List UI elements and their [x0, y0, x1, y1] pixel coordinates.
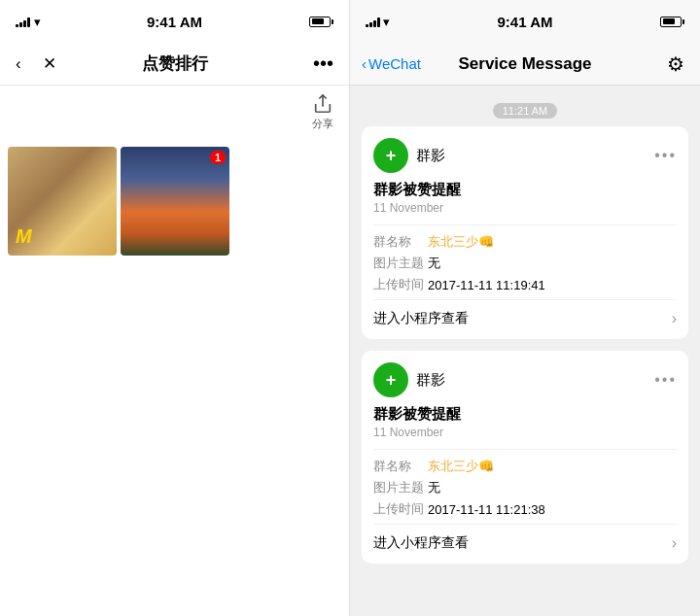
right-status-bar: ▾ 9:41 AM: [350, 0, 700, 43]
right-back-button[interactable]: ‹ WeChat: [362, 55, 421, 72]
card-field: 图片主题 无: [373, 255, 677, 272]
message-list[interactable]: 11:21 AM + 群影 ••• 群影被赞提醒 11 November 群名称…: [350, 86, 700, 616]
right-wifi-icon: ▾: [383, 15, 390, 29]
card-field: 图片主题 无: [373, 479, 677, 496]
right-panel: ▾ 9:41 AM ‹ WeChat Service Message ⚙ 11:…: [350, 0, 700, 616]
signal-icon: [16, 16, 30, 27]
right-battery-area: [660, 17, 684, 27]
left-toolbar: 分享: [0, 86, 349, 139]
signal-bar-1: [16, 24, 18, 27]
card-title: 群影被赞提醒: [373, 405, 677, 424]
card-date: 11 November: [373, 201, 677, 215]
card-divider: [373, 224, 677, 225]
left-battery-area: [309, 17, 333, 27]
left-more-button[interactable]: •••: [313, 52, 333, 75]
card-sender: 群影: [416, 371, 445, 390]
field-label: 上传时间: [373, 276, 428, 293]
photo-item-coffee[interactable]: M: [8, 147, 117, 256]
card-divider: [373, 449, 677, 450]
close-icon: ✕: [43, 54, 56, 73]
message-cards-container: + 群影 ••• 群影被赞提醒 11 November 群名称 东北三少👊 图片…: [362, 126, 688, 564]
field-value: 2017-11-11 11:19:41: [428, 278, 545, 292]
left-photo-content: M 1: [0, 139, 349, 616]
card-field: 上传时间 2017-11-11 11:19:41: [373, 276, 677, 293]
mcd-logo: M: [16, 225, 32, 248]
card-header-left: + 群影: [373, 362, 445, 397]
field-label: 上传时间: [373, 500, 428, 518]
field-label: 群名称: [373, 458, 428, 475]
left-time: 9:41 AM: [147, 14, 202, 30]
more-dots-icon[interactable]: •••: [654, 371, 677, 389]
photo-item-sunset[interactable]: 1: [121, 147, 229, 256]
card-header: + 群影 •••: [373, 138, 677, 173]
right-nav-bar: ‹ WeChat Service Message ⚙: [350, 43, 700, 86]
chevron-left-icon: ‹: [16, 54, 21, 74]
card-action-text: 进入小程序查看: [373, 534, 469, 552]
photo-badge: 1: [210, 151, 226, 164]
left-nav-title: 点赞排行: [142, 52, 208, 75]
left-back-button[interactable]: ‹: [16, 54, 21, 74]
card-header: + 群影 •••: [373, 362, 677, 397]
chevron-right-icon: ›: [672, 310, 677, 327]
card-field: 群名称 东北三少👊: [373, 458, 677, 475]
avatar: +: [373, 138, 408, 173]
avatar: +: [373, 362, 408, 397]
signal-bar-3: [23, 20, 26, 27]
battery-icon: [309, 17, 333, 27]
more-dots-icon: •••: [313, 52, 333, 75]
timestamp-text: 11:21 AM: [493, 103, 557, 119]
field-label: 群名称: [373, 233, 428, 251]
signal-bar-4: [27, 17, 30, 27]
gear-button[interactable]: ⚙: [667, 52, 684, 76]
signal-bar-2: [19, 22, 22, 27]
share-icon: [312, 93, 333, 115]
more-dots-icon[interactable]: •••: [654, 147, 677, 164]
left-nav-bar: ‹ ✕ 点赞排行 •••: [0, 43, 349, 86]
card-action-text: 进入小程序查看: [373, 310, 469, 327]
chevron-right-icon: ›: [672, 534, 677, 552]
card-date: 11 November: [373, 426, 677, 439]
field-label: 图片主题: [373, 255, 428, 272]
card-action-row[interactable]: 进入小程序查看 ›: [373, 524, 677, 552]
card-header-left: + 群影: [373, 138, 445, 173]
right-time: 9:41 AM: [498, 14, 553, 30]
share-label: 分享: [312, 117, 333, 131]
gear-icon: ⚙: [667, 53, 684, 75]
photo-grid: M 1: [8, 147, 341, 256]
wifi-icon: ▾: [34, 15, 41, 29]
right-nav-title: Service Message: [458, 54, 591, 74]
right-signal-area: ▾: [366, 15, 390, 29]
field-value: 无: [428, 479, 440, 496]
left-panel: ▾ 9:41 AM ‹ ✕ 点赞排行 •••: [0, 0, 350, 616]
card-field: 群名称 东北三少👊: [373, 233, 677, 251]
timestamp-badge: 11:21 AM: [362, 101, 688, 119]
field-value: 无: [428, 255, 440, 272]
card-sender: 群影: [416, 147, 445, 165]
right-battery-icon: [660, 17, 684, 27]
back-label: WeChat: [368, 55, 421, 72]
card-action-row[interactable]: 进入小程序查看 ›: [373, 299, 677, 327]
left-close-button[interactable]: ✕: [43, 53, 56, 74]
right-signal-icon: [366, 16, 380, 27]
card-title: 群影被赞提醒: [373, 181, 677, 199]
message-card-2: + 群影 ••• 群影被赞提醒 11 November 群名称 东北三少👊 图片…: [362, 351, 688, 564]
left-signal-area: ▾: [16, 15, 41, 29]
field-value: 东北三少👊: [428, 233, 494, 251]
field-label: 图片主题: [373, 479, 428, 496]
card-field: 上传时间 2017-11-11 11:21:38: [373, 500, 677, 518]
share-button[interactable]: 分享: [312, 93, 333, 131]
message-card-1: + 群影 ••• 群影被赞提醒 11 November 群名称 东北三少👊 图片…: [362, 126, 688, 339]
field-value: 2017-11-11 11:21:38: [428, 502, 545, 517]
field-value: 东北三少👊: [428, 458, 494, 475]
left-status-bar: ▾ 9:41 AM: [0, 0, 349, 43]
chevron-left-icon: ‹: [362, 55, 367, 72]
